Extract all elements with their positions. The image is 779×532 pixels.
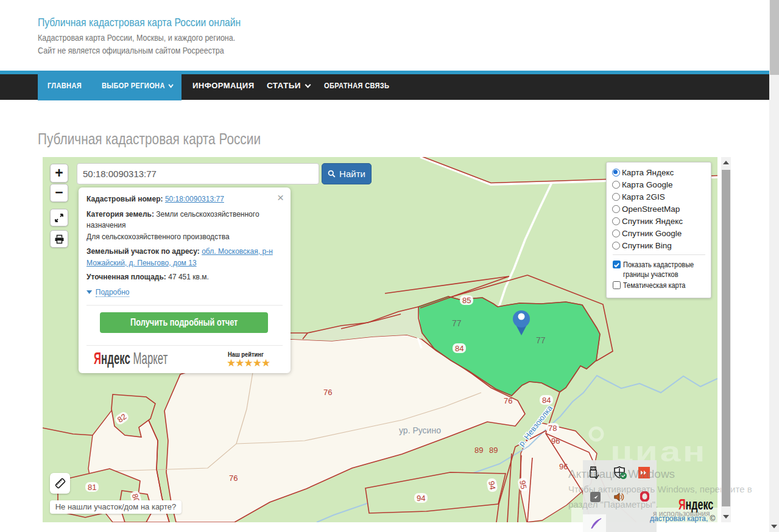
svg-text:89: 89 — [474, 446, 483, 455]
svg-text:78: 78 — [548, 424, 557, 433]
svg-text:76: 76 — [229, 474, 238, 483]
svg-text:81: 81 — [88, 483, 96, 492]
svg-text:96: 96 — [559, 462, 568, 471]
svg-text:95: 95 — [518, 480, 528, 490]
svg-text:84: 84 — [542, 396, 551, 405]
svg-text:84: 84 — [455, 344, 464, 353]
svg-text:77: 77 — [452, 318, 462, 328]
svg-text:ур. Русино: ур. Русино — [399, 425, 441, 435]
svg-text:85: 85 — [462, 296, 471, 305]
svg-text:76: 76 — [504, 396, 512, 405]
svg-text:96: 96 — [551, 436, 560, 446]
svg-text:89: 89 — [489, 446, 498, 455]
svg-text:77: 77 — [536, 335, 546, 345]
svg-text:94: 94 — [417, 494, 425, 503]
svg-text:94: 94 — [487, 480, 497, 491]
svg-text:76: 76 — [323, 388, 332, 397]
